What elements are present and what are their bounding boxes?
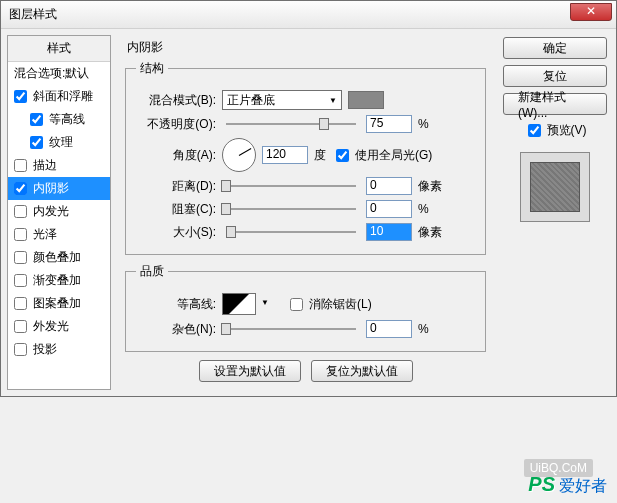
ok-button[interactable]: 确定 (503, 37, 607, 59)
gradient-overlay-checkbox[interactable] (14, 274, 27, 287)
settings-panel: 内阴影 结构 混合模式(B): 正片叠底 不透明度(O): 75 % 角度(A)… (117, 35, 494, 390)
styles-list: 样式 混合选项:默认 斜面和浮雕 等高线 纹理 描边 内阴影 内发光 光泽 颜色… (7, 35, 111, 390)
set-default-button[interactable]: 设置为默认值 (199, 360, 301, 382)
structure-group: 结构 混合模式(B): 正片叠底 不透明度(O): 75 % 角度(A): 12… (125, 60, 486, 255)
noise-unit: % (418, 322, 448, 336)
quality-group: 品质 等高线: 消除锯齿(L) 杂色(N): 0 % (125, 263, 486, 352)
choke-input[interactable]: 0 (366, 200, 412, 218)
drop-shadow-item[interactable]: 投影 (8, 338, 110, 361)
quality-legend: 品质 (136, 263, 168, 280)
inner-shadow-checkbox[interactable] (14, 182, 27, 195)
inner-glow-item[interactable]: 内发光 (8, 200, 110, 223)
contour-label: 等高线: (136, 296, 216, 313)
preview-swatch (530, 162, 580, 212)
distance-input[interactable]: 0 (366, 177, 412, 195)
pattern-overlay-checkbox[interactable] (14, 297, 27, 310)
structure-legend: 结构 (136, 60, 168, 77)
blending-options-item[interactable]: 混合选项:默认 (8, 62, 110, 85)
inner-shadow-item[interactable]: 内阴影 (8, 177, 110, 200)
size-input[interactable]: 10 (366, 223, 412, 241)
contour-item[interactable]: 等高线 (8, 108, 110, 131)
dialog-body: 样式 混合选项:默认 斜面和浮雕 等高线 纹理 描边 内阴影 内发光 光泽 颜色… (1, 29, 616, 396)
blend-mode-label: 混合模式(B): (136, 92, 216, 109)
outer-glow-checkbox[interactable] (14, 320, 27, 333)
pattern-overlay-item[interactable]: 图案叠加 (8, 292, 110, 315)
noise-slider[interactable] (226, 328, 356, 330)
opacity-label: 不透明度(O): (136, 116, 216, 133)
angle-unit: 度 (314, 147, 326, 164)
texture-checkbox[interactable] (30, 136, 43, 149)
preview-box (520, 152, 590, 222)
new-style-button[interactable]: 新建样式(W)... (503, 93, 607, 115)
opacity-input[interactable]: 75 (366, 115, 412, 133)
contour-checkbox[interactable] (30, 113, 43, 126)
layer-style-dialog: 图层样式 ✕ 样式 混合选项:默认 斜面和浮雕 等高线 纹理 描边 内阴影 内发… (0, 0, 617, 397)
preview-option[interactable]: 预览(V) (524, 121, 587, 140)
bevel-checkbox[interactable] (14, 90, 27, 103)
close-button[interactable]: ✕ (570, 3, 612, 21)
antialias-option[interactable]: 消除锯齿(L) (286, 295, 372, 314)
distance-unit: 像素 (418, 178, 448, 195)
reset-default-button[interactable]: 复位为默认值 (311, 360, 413, 382)
angle-label: 角度(A): (136, 147, 216, 164)
default-buttons: 设置为默认值 复位为默认值 (125, 360, 486, 382)
bevel-item[interactable]: 斜面和浮雕 (8, 85, 110, 108)
size-slider[interactable] (226, 231, 356, 233)
size-unit: 像素 (418, 224, 448, 241)
gradient-overlay-item[interactable]: 渐变叠加 (8, 269, 110, 292)
blend-mode-dropdown[interactable]: 正片叠底 (222, 90, 342, 110)
panel-title: 内阴影 (127, 39, 486, 56)
drop-shadow-checkbox[interactable] (14, 343, 27, 356)
noise-input[interactable]: 0 (366, 320, 412, 338)
outer-glow-item[interactable]: 外发光 (8, 315, 110, 338)
watermark-ps: PS (528, 473, 555, 496)
distance-slider[interactable] (226, 185, 356, 187)
watermark-txt: 爱好者 (559, 476, 607, 497)
color-overlay-item[interactable]: 颜色叠加 (8, 246, 110, 269)
angle-input[interactable]: 120 (262, 146, 308, 164)
titlebar[interactable]: 图层样式 ✕ (1, 1, 616, 29)
dialog-title: 图层样式 (9, 6, 57, 23)
styles-header: 样式 (8, 36, 110, 62)
stroke-checkbox[interactable] (14, 159, 27, 172)
noise-label: 杂色(N): (136, 321, 216, 338)
color-overlay-checkbox[interactable] (14, 251, 27, 264)
global-light-option[interactable]: 使用全局光(G) (332, 146, 432, 165)
texture-item[interactable]: 纹理 (8, 131, 110, 154)
global-light-checkbox[interactable] (336, 149, 349, 162)
choke-slider[interactable] (226, 208, 356, 210)
choke-unit: % (418, 202, 448, 216)
opacity-slider[interactable] (226, 123, 356, 125)
action-panel: 确定 复位 新建样式(W)... 预览(V) (500, 35, 610, 390)
antialias-checkbox[interactable] (290, 298, 303, 311)
angle-dial[interactable] (222, 138, 256, 172)
choke-label: 阻塞(C): (136, 201, 216, 218)
satin-checkbox[interactable] (14, 228, 27, 241)
satin-item[interactable]: 光泽 (8, 223, 110, 246)
close-icon: ✕ (586, 4, 596, 18)
stroke-item[interactable]: 描边 (8, 154, 110, 177)
preview-checkbox[interactable] (528, 124, 541, 137)
contour-picker[interactable] (222, 293, 256, 315)
distance-label: 距离(D): (136, 178, 216, 195)
watermark: PS 爱好者 (528, 473, 607, 497)
cancel-button[interactable]: 复位 (503, 65, 607, 87)
shadow-color-swatch[interactable] (348, 91, 384, 109)
inner-glow-checkbox[interactable] (14, 205, 27, 218)
opacity-unit: % (418, 117, 448, 131)
size-label: 大小(S): (136, 224, 216, 241)
